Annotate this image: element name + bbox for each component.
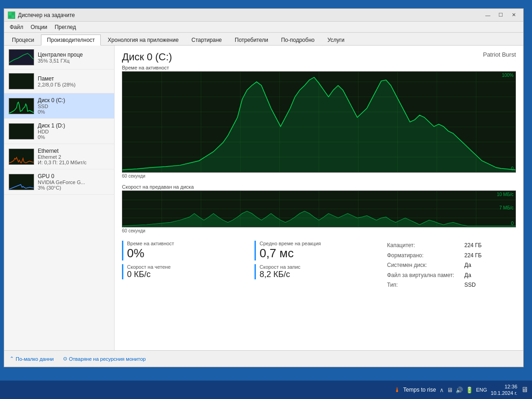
svg-rect-2 [9,16,11,18]
write-label: Скорост на запис [260,264,383,270]
disk0-thumbnail [9,98,34,114]
svg-rect-5 [9,98,34,114]
formatted-val: 224 ГБ [464,251,482,261]
cpu-info: Централен проце 35% 3,51 ГХц [38,52,110,64]
chart-bottom-value: 0 [511,166,514,171]
speed-chart-section: Скорост на предаван на диска 10 МБ/с 7 М… [122,184,516,235]
menu-file[interactable]: Файл [6,23,27,31]
svg-rect-6 [9,124,34,139]
ethernet-info: Ethernet Ethernet 2 И: 0,3 П: 21,0 Мбит/… [38,148,110,165]
speed-top-value: 10 МБ/с [497,192,514,197]
disk1-info: Диск 1 (D:) HDD 0% [38,122,110,140]
tab-users[interactable]: Потребители [229,35,274,45]
type-val: SSD [464,280,476,290]
less-data-label: По-малко данни [16,356,54,362]
gpu-info: GPU 0 NVIDIA GeForce G... 3% (30°C) [38,173,110,191]
stat-response: Средно време на реакция 0,7 мс Скорост н… [254,241,383,290]
ethernet-sub1: Ethernet 2 [38,154,110,160]
disk-brand: Patriot Burst [483,51,516,58]
formatted-row: Форматирано: 224 ГБ [387,251,516,261]
activity-chart-label: Време на активност [122,65,516,70]
disk1-sub2: 0% [38,134,110,140]
svg-rect-1 [12,12,14,15]
maximize-button[interactable]: ☐ [495,11,507,20]
gpu-sub2: 3% (30°C) [38,185,110,191]
menu-view[interactable]: Преглед [51,23,80,31]
type-key: Тип: [387,280,461,290]
main-panel: Диск 0 (C:) Patriot Burst Време на актив… [115,46,523,350]
tab-startup[interactable]: Стартиране [185,35,228,45]
ethernet-name: Ethernet [38,148,110,154]
svg-rect-0 [9,12,11,15]
volume-icon: 🔊 [456,387,463,393]
write-value: 8,2 КБ/с [260,270,383,279]
read-value: 0 КБ/с [127,270,251,279]
response-label: Средно време на реакция [260,241,383,246]
speed-chart-label: Скорост на предаван на диска [122,184,516,190]
formatted-key: Форматирано: [387,251,461,261]
tab-performance[interactable]: Производителност [41,35,101,46]
page-file-val: Да [464,271,471,281]
tab-details[interactable]: По-подробно [275,35,321,45]
sidebar-item-disk0[interactable]: Диск 0 (C:) SSD 0% [4,93,114,119]
speed-bottom-value: 0 [511,221,514,226]
memory-thumbnail [9,73,34,89]
svg-marker-24 [122,77,515,172]
tab-processes[interactable]: Процеси [6,35,40,45]
gpu-sub1: NVIDIA GeForce G... [38,179,110,185]
less-data-link[interactable]: ⌃ По-малко данни [10,356,54,362]
app-icon [8,12,15,19]
show-desktop-icon[interactable]: 🖥 [521,386,528,394]
taskbar-date-value: 10.1.2024 г. [491,390,517,396]
network-icon: 🖥 [447,387,453,393]
memory-info: Памет 2,2/8,0 ГБ (28%) [38,75,110,87]
sidebar-item-memory[interactable]: Памет 2,2/8,0 ГБ (28%) [4,69,114,93]
svg-rect-4 [9,74,34,89]
sidebar-item-cpu[interactable]: Централен проце 35% 3,51 ГХц [4,46,114,69]
disk0-name: Диск 0 (C:) [38,97,110,104]
sidebar-item-gpu[interactable]: GPU 0 NVIDIA GeForce G... 3% (30°C) [4,169,114,195]
resource-monitor-link[interactable]: ⊙ Отваряне на ресурсния монитор [63,356,146,362]
language-label: ENG [476,387,487,393]
minimize-button[interactable]: — [482,11,494,20]
sidebar-item-ethernet[interactable]: Ethernet Ethernet 2 И: 0,3 П: 21,0 Мбит/… [4,144,114,169]
memory-sub: 2,2/8,0 ГБ (28%) [38,82,110,87]
content-area: Централен проце 35% 3,51 ГХц Памет 2,2/8… [4,46,523,350]
disk0-sub1: SSD [38,104,110,109]
title-bar: Диспечер на задачите — ☐ ✕ [4,9,523,22]
ethernet-thumbnail [9,149,34,165]
temps-notification[interactable]: 🌡 Temps to rise [394,386,436,393]
chevron-icon[interactable]: ∧ [439,387,444,393]
response-value: 0,7 мс [260,246,383,260]
disk-title: Диск 0 (C:) [122,51,172,63]
title-bar-left: Диспечер на задачите [8,12,75,19]
chart-top-value: 100% [502,73,514,78]
disk0-sub2: 0% [38,109,110,115]
capacity-key: Капацитет: [387,241,461,251]
battery-icon: 🔋 [466,387,473,393]
activity-chart-section: Време на активност 100% 0 [122,65,516,180]
menu-bar: Файл Опции Преглед [4,22,523,33]
activity-time-label: 60 секунди [122,173,516,179]
window-controls: — ☐ ✕ [482,11,520,20]
taskbar-system-icons: ∧ 🖥 🔊 🔋 ENG [439,387,487,393]
gpu-thumbnail [9,174,34,190]
taskbar-clock[interactable]: 12:36 10.1.2024 г. [491,383,517,397]
main-header: Диск 0 (C:) Patriot Burst [122,51,516,63]
tab-services[interactable]: Услуги [321,35,350,45]
svg-rect-3 [12,16,14,18]
tab-app-history[interactable]: Хронология на приложение [102,35,185,45]
stat-activity: Време на активност 0% Скорост на четене … [122,241,251,290]
resource-monitor-label: Отваряне на ресурсния монитор [69,356,146,362]
clock-icon: ⊙ [63,356,67,362]
close-button[interactable]: ✕ [508,11,520,20]
menu-options[interactable]: Опции [27,23,51,31]
sidebar-item-disk1[interactable]: Диск 1 (D:) HDD 0% [4,119,114,144]
speed-chart: 10 МБ/с 7 МБ/с 0 [122,191,516,227]
cpu-name: Централен проце [38,52,110,58]
cpu-sub: 35% 3,51 ГХц [38,58,110,64]
system-disk-key: Системен диск: [387,260,461,271]
taskbar: 🌡 Temps to rise ∧ 🖥 🔊 🔋 ENG 12:36 10.1.2… [0,381,532,399]
taskbar-time-value: 12:36 [491,383,517,390]
page-file-row: Файл за виртуална памет: Да [387,271,516,281]
